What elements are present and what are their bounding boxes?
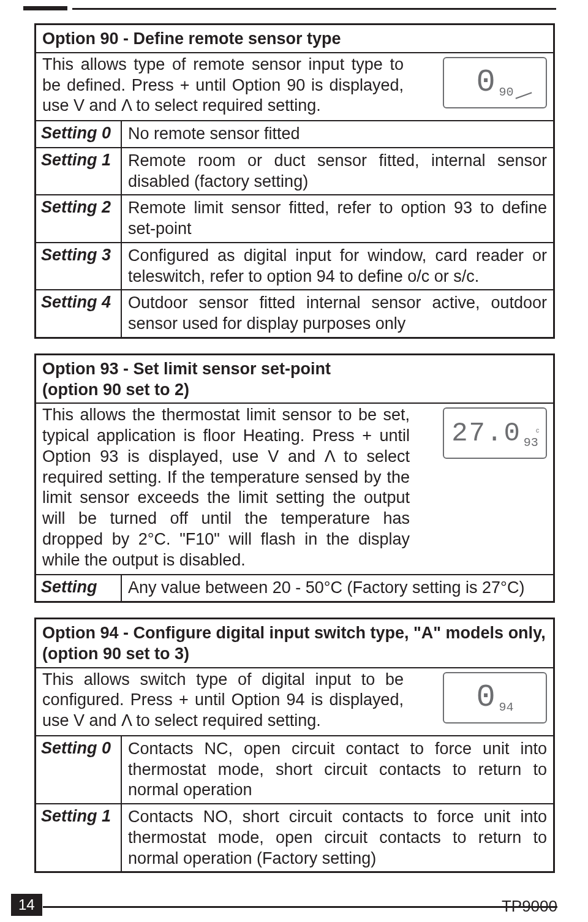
lcd-unit: c <box>536 428 540 436</box>
setting-label: Setting <box>36 575 122 601</box>
setting-value: No remote sensor fitted <box>122 121 553 147</box>
setting-value: Configured as digital input for window, … <box>122 243 553 290</box>
option-93-header: Option 93 - Set limit sensor set-point (… <box>36 355 553 404</box>
table-row: Setting 0 No remote sensor fitted <box>36 121 553 148</box>
table-row: Setting 1 Remote room or duct sensor fit… <box>36 148 553 196</box>
lcd-main-value: 27.0 <box>451 417 521 450</box>
lcd-main-value: 0 <box>476 678 496 717</box>
option-93-intro: This allows the thermostat limit sensor … <box>36 404 553 575</box>
table-row: Setting Any value between 20 - 50°C (Fac… <box>36 575 553 601</box>
model-number: TP9000 <box>502 897 557 916</box>
table-row: Setting 2 Remote limit sensor fitted, re… <box>36 195 553 243</box>
setting-value: Outdoor sensor fitted internal sensor ac… <box>122 290 553 337</box>
option-93-subtitle: (option 90 set to 2) <box>42 380 547 401</box>
setting-label: Setting 1 <box>36 148 122 195</box>
option-93-lcd: 27.0 c93 <box>443 407 547 459</box>
option-93-title: Option 93 - Set limit sensor set-point <box>42 359 547 380</box>
option-90-intro: This allows type of remote sensor input … <box>36 53 553 121</box>
option-93-intro-text: This allows the thermostat limit sensor … <box>42 405 410 570</box>
setting-label: Setting 3 <box>36 243 122 290</box>
option-94-lcd: 0 94 <box>443 672 547 724</box>
option-90-title: Option 90 - Define remote sensor type <box>42 29 547 50</box>
setting-value: Any value between 20 - 50°C (Factory set… <box>122 575 553 601</box>
option-94-header: Option 94 - Configure digital input swit… <box>36 619 553 668</box>
setting-value: Remote room or duct sensor fitted, inter… <box>122 148 553 195</box>
setting-value: Contacts NO, short circuit contacts to f… <box>122 804 553 871</box>
lcd-opt-num-text: 93 <box>524 436 538 450</box>
page-number: 14 <box>11 894 42 916</box>
setting-value: Contacts NC, open circuit contact to for… <box>122 736 553 803</box>
table-row: Setting 3 Configured as digital input fo… <box>36 243 553 291</box>
option-94-intro: This allows switch type of digital input… <box>36 668 553 736</box>
setting-label: Setting 4 <box>36 290 122 337</box>
setting-label: Setting 2 <box>36 195 122 242</box>
table-row: Setting 1 Contacts NO, short circuit con… <box>36 804 553 871</box>
table-row: Setting 0 Contacts NC, open circuit cont… <box>36 736 553 804</box>
lcd-option-number: c93 <box>524 435 538 450</box>
option-94-subtitle: (option 90 set to 3) <box>42 644 547 665</box>
top-rule-line <box>72 8 556 10</box>
option-94-title: Option 94 - Configure digital input swit… <box>42 623 547 644</box>
setting-label: Setting 0 <box>36 121 122 147</box>
setting-value: Remote limit sensor fitted, refer to opt… <box>122 195 553 242</box>
lcd-option-number: 94 <box>499 700 514 715</box>
top-rule-thick <box>23 6 67 10</box>
option-90-intro-text: This allows type of remote sensor input … <box>42 55 404 116</box>
lcd-main-value: 0 <box>476 62 496 102</box>
option-90-header: Option 90 - Define remote sensor type <box>36 25 553 53</box>
lcd-strike-icon <box>516 92 532 99</box>
option-90-lcd: 0 90 <box>443 57 547 108</box>
setting-label: Setting 0 <box>36 736 122 803</box>
table-row: Setting 4 Outdoor sensor fitted internal… <box>36 290 553 337</box>
option-90-box: Option 90 - Define remote sensor type Th… <box>34 23 555 339</box>
option-94-box: Option 94 - Configure digital input swit… <box>34 618 555 873</box>
setting-label: Setting 1 <box>36 804 122 871</box>
option-93-box: Option 93 - Set limit sensor set-point (… <box>34 353 555 603</box>
page-footer: 14 TP9000 <box>0 891 588 916</box>
footer-rule <box>43 906 557 908</box>
page-top-rule <box>23 6 556 11</box>
lcd-option-number: 90 <box>499 85 514 100</box>
option-94-intro-text: This allows switch type of digital input… <box>42 670 404 731</box>
page-content: Option 90 - Define remote sensor type Th… <box>34 23 555 873</box>
